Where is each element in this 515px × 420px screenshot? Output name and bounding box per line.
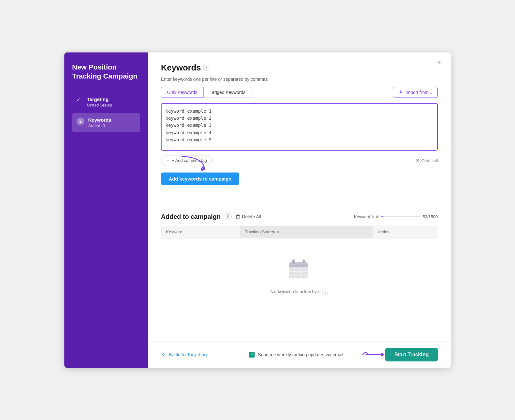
add-keywords-button[interactable]: Add keywords to campaign xyxy=(161,173,239,185)
keyword-limit-bar xyxy=(381,216,420,217)
svg-rect-4 xyxy=(289,265,308,267)
check-icon: ✓ xyxy=(77,97,83,104)
sidebar-targeting-sub: United States xyxy=(87,103,112,107)
th-keyword: Keyword xyxy=(161,226,240,238)
import-icon xyxy=(398,90,403,95)
content-scroll: Keywords i Enter keywords one per line o… xyxy=(148,52,451,341)
clear-all-button[interactable]: ✕ Clear all xyxy=(416,158,438,163)
keywords-info-icon[interactable]: i xyxy=(203,65,209,70)
tab-tagged-keywords[interactable]: Tagged Keywords xyxy=(203,87,251,98)
th-tracking-started: Tracking Started ⇅ xyxy=(240,226,373,238)
tab-only-keywords[interactable]: Only Keywords xyxy=(161,87,203,98)
tabs: Only Keywords Tagged Keywords xyxy=(161,87,251,98)
sidebar-item-keywords[interactable]: 2 Keywords Added: 0 xyxy=(72,113,140,132)
sidebar-keywords-number: 2 xyxy=(77,117,84,125)
keyword-limit-label: Keyword limit xyxy=(354,214,379,219)
trash-icon xyxy=(236,214,240,219)
back-arrow-icon xyxy=(161,352,166,357)
added-badge: 0 xyxy=(225,213,232,220)
sidebar: New Position Tracking Campaign ✓ Targeti… xyxy=(64,52,148,368)
start-btn-wrapper: Start Tracking xyxy=(385,348,438,361)
added-to-campaign-section: Added to campaign 0 Delete All Keyword l… xyxy=(161,205,438,314)
sidebar-keywords-label: Keywords xyxy=(88,117,111,123)
checkmark-icon: ✓ xyxy=(250,352,253,357)
keyword-textarea[interactable]: keyword example 1 keyword example 2 keyw… xyxy=(162,104,437,149)
add-keywords-section: Add keywords to campaign xyxy=(161,173,438,195)
start-arrow-icon xyxy=(360,348,385,361)
delete-all-button[interactable]: Delete All xyxy=(236,214,261,219)
sidebar-item-targeting[interactable]: ✓ Targeting United States xyxy=(72,93,140,111)
empty-state: No keywords added yet i xyxy=(161,238,438,314)
modal: New Position Tracking Campaign ✓ Targeti… xyxy=(64,52,451,368)
sidebar-targeting-label: Targeting xyxy=(87,97,112,102)
keywords-subtitle: Enter keywords one per line or separated… xyxy=(161,77,438,82)
close-button[interactable]: × xyxy=(434,58,444,68)
table-head: Keyword Tracking Started ⇅ Action xyxy=(161,226,438,238)
back-to-targeting-link[interactable]: Back To Targeting xyxy=(161,352,207,357)
added-title: Added to campaign xyxy=(161,213,221,220)
th-action: Action xyxy=(373,226,438,238)
keyword-limit: Keyword limit 53/1500 xyxy=(354,214,438,219)
keyword-limit-fill xyxy=(381,216,383,217)
actions-row: ＋ + Add common tag ✕ Clear all xyxy=(161,155,438,166)
footer: Back To Targeting ✓ Send me weekly ranki… xyxy=(148,341,451,368)
keyword-limit-value: 53/1500 xyxy=(423,214,438,219)
plus-icon: ＋ xyxy=(166,158,170,163)
main-content: × Keywords i Enter keywords one per line… xyxy=(148,52,451,368)
sort-icon[interactable]: ⇅ xyxy=(276,230,279,234)
email-checkbox-row: ✓ Send me weekly ranking updates via ema… xyxy=(249,352,343,358)
keywords-table: Keyword Tracking Started ⇅ Action xyxy=(161,226,438,238)
section-title: Keywords i xyxy=(161,63,438,73)
empty-info-icon[interactable]: i xyxy=(323,289,328,294)
email-label: Send me weekly ranking updates via email xyxy=(258,352,343,357)
add-tag-button[interactable]: ＋ + Add common tag xyxy=(161,155,212,166)
svg-rect-1 xyxy=(236,216,239,219)
keyword-textarea-wrapper: keyword example 1 keyword example 2 keyw… xyxy=(161,103,438,151)
start-tracking-button[interactable]: Start Tracking xyxy=(385,348,438,361)
import-button[interactable]: Import from... xyxy=(393,87,438,98)
empty-calendar-icon xyxy=(286,258,312,284)
x-icon: ✕ xyxy=(416,158,419,163)
table-header-row: Keyword Tracking Started ⇅ Action xyxy=(161,226,438,238)
email-checkbox[interactable]: ✓ xyxy=(249,352,255,358)
keyword-input-area: keyword example 1 keyword example 2 keyw… xyxy=(161,103,438,151)
empty-text: No keywords added yet i xyxy=(270,289,329,294)
sidebar-keywords-sub: Added: 0 xyxy=(88,123,111,128)
sidebar-title: New Position Tracking Campaign xyxy=(72,63,140,81)
svg-rect-0 xyxy=(236,215,240,216)
close-icon: × xyxy=(437,59,441,66)
added-header: Added to campaign 0 Delete All Keyword l… xyxy=(161,213,438,220)
tabs-row: Only Keywords Tagged Keywords Import fro… xyxy=(161,87,438,98)
